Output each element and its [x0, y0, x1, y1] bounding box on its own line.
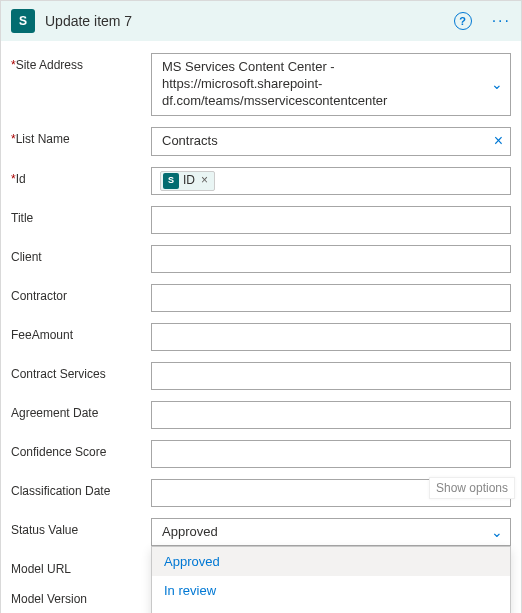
chevron-down-icon[interactable]: ⌄ [491, 76, 503, 92]
input-list-name[interactable]: Contracts [151, 127, 511, 156]
sharepoint-icon: S [11, 9, 35, 33]
token-remove-icon[interactable]: × [201, 173, 208, 189]
field-confidence-score: Confidence Score [11, 440, 511, 468]
label-site-address: Site Address [16, 58, 83, 72]
show-options-tooltip[interactable]: Show options [429, 477, 515, 499]
form-body: *Site Address MS Services Content Center… [1, 41, 521, 613]
input-fee-amount[interactable] [151, 323, 511, 351]
label-model-url: Model URL [11, 557, 151, 576]
clear-icon[interactable]: × [494, 132, 503, 150]
field-classification-date: Classification Date Show options [11, 479, 511, 507]
label-confidence-score: Confidence Score [11, 440, 151, 459]
value-status-value: Approved [162, 524, 218, 539]
label-title: Title [11, 206, 151, 225]
label-status-value: Status Value [11, 518, 151, 537]
field-contractor: Contractor [11, 284, 511, 312]
field-status-value: Status Value Approved ⌄ Approved In revi… [11, 518, 511, 547]
value-list-name: Contracts [162, 133, 218, 148]
input-title[interactable] [151, 206, 511, 234]
input-contractor[interactable] [151, 284, 511, 312]
field-site-address: *Site Address MS Services Content Center… [11, 53, 511, 116]
more-icon[interactable]: ··· [492, 12, 511, 30]
card-header: S Update item 7 ? ··· [1, 1, 521, 41]
input-id[interactable]: S ID × [151, 167, 511, 195]
input-status-value[interactable]: Approved [151, 518, 511, 547]
chevron-down-icon[interactable]: ⌄ [491, 524, 503, 540]
field-title: Title [11, 206, 511, 234]
help-icon[interactable]: ? [454, 12, 472, 30]
dropdown-option[interactable]: In review [152, 576, 510, 605]
card-title: Update item 7 [45, 13, 444, 29]
field-agreement-date: Agreement Date [11, 401, 511, 429]
field-contract-services: Contract Services [11, 362, 511, 390]
value-site-address: MS Services Content Center - https://mic… [162, 59, 387, 108]
label-contractor: Contractor [11, 284, 151, 303]
input-contract-services[interactable] [151, 362, 511, 390]
label-client: Client [11, 245, 151, 264]
sharepoint-token-icon: S [163, 173, 179, 189]
label-contract-services: Contract Services [11, 362, 151, 381]
label-model-version: Model Version [11, 587, 151, 606]
label-fee-amount: FeeAmount [11, 323, 151, 342]
status-dropdown: Approved In review New Rejected Enter cu… [151, 546, 511, 613]
label-list-name: List Name [16, 132, 70, 146]
input-confidence-score[interactable] [151, 440, 511, 468]
token-id-label: ID [183, 173, 195, 189]
label-id: Id [16, 172, 26, 186]
field-list-name: *List Name Contracts × [11, 127, 511, 156]
input-agreement-date[interactable] [151, 401, 511, 429]
input-site-address[interactable]: MS Services Content Center - https://mic… [151, 53, 511, 116]
dropdown-option[interactable]: New [152, 605, 510, 613]
dropdown-option[interactable]: Approved [152, 547, 510, 576]
token-id[interactable]: S ID × [160, 171, 215, 191]
field-id: *Id S ID × [11, 167, 511, 195]
label-classification-date: Classification Date [11, 479, 151, 498]
label-agreement-date: Agreement Date [11, 401, 151, 420]
input-client[interactable] [151, 245, 511, 273]
field-fee-amount: FeeAmount [11, 323, 511, 351]
field-client: Client [11, 245, 511, 273]
